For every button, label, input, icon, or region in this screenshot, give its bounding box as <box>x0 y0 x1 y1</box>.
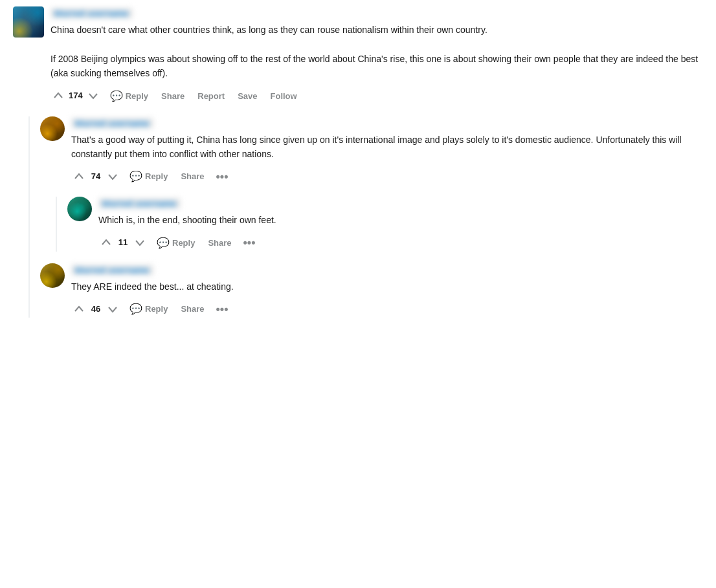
downvote-button[interactable] <box>105 169 120 184</box>
downvote-button[interactable] <box>85 88 101 103</box>
comment-item: blurred username They ARE indeed the bes… <box>40 263 699 318</box>
vote-count: 11 <box>117 236 129 249</box>
reply-icon: 💬 <box>129 303 142 315</box>
username: blurred username <box>71 118 153 129</box>
comment-body: blurred username Which is, in the end, s… <box>98 197 699 251</box>
reply-button[interactable]: 💬 Reply <box>126 300 172 318</box>
reply-icon: 💬 <box>157 237 170 249</box>
vote-section: 174 <box>50 88 101 103</box>
upvote-button[interactable] <box>50 88 66 103</box>
indented-comments-level-2: blurred username Which is, in the end, s… <box>56 197 699 251</box>
username-row: blurred username <box>98 197 699 210</box>
downvote-button[interactable] <box>105 301 120 317</box>
avatar <box>67 197 92 221</box>
comment-text: Which is, in the end, shooting their own… <box>98 213 699 227</box>
comment-actions: 74 💬 Reply Share ••• <box>71 168 699 185</box>
indented-comments-level-1: blurred username That's a good way of pu… <box>28 116 699 318</box>
report-button[interactable]: Report <box>194 89 229 103</box>
username-row: blurred username <box>50 6 699 20</box>
avatar <box>40 263 65 288</box>
comment-body: blurred username That's a good way of pu… <box>71 116 699 186</box>
comment-body: blurred username China doesn't care what… <box>50 6 699 105</box>
share-button[interactable]: Share <box>157 89 188 103</box>
more-options-button[interactable]: ••• <box>214 302 231 316</box>
username-row: blurred username <box>71 116 699 130</box>
vote-count: 174 <box>69 89 83 102</box>
vote-count: 46 <box>89 303 102 316</box>
upvote-button[interactable] <box>71 169 87 184</box>
more-options-button[interactable]: ••• <box>241 235 258 250</box>
reply-icon: 💬 <box>110 90 123 102</box>
comment-actions: 174 💬 Reply Share Report <box>50 87 699 105</box>
vote-count: 74 <box>89 170 102 183</box>
share-button[interactable]: Share <box>204 235 235 250</box>
vote-section: 11 <box>98 235 148 250</box>
comment-body: blurred username They ARE indeed the bes… <box>71 263 699 318</box>
upvote-button[interactable] <box>98 235 114 250</box>
reply-button[interactable]: 💬 Reply <box>106 87 152 105</box>
vote-section: 46 <box>71 301 120 317</box>
comment-actions: 46 💬 Reply Share ••• <box>71 300 699 318</box>
comment-text: That's a good way of putting it, China h… <box>71 133 699 162</box>
comment-thread: blurred username China doesn't care what… <box>13 6 699 318</box>
username: blurred username <box>98 198 181 209</box>
comment-item: blurred username Which is, in the end, s… <box>67 197 699 251</box>
reply-button[interactable]: 💬 Reply <box>153 234 199 252</box>
reply-button[interactable]: 💬 Reply <box>126 168 172 185</box>
share-button[interactable]: Share <box>177 169 208 184</box>
downvote-button[interactable] <box>132 235 148 250</box>
save-button[interactable]: Save <box>234 89 261 103</box>
comment-item: blurred username That's a good way of pu… <box>40 116 699 186</box>
username: blurred username <box>50 8 133 19</box>
follow-button[interactable]: Follow <box>267 89 301 103</box>
comment-text: They ARE indeed the best... at cheating. <box>71 279 699 294</box>
upvote-button[interactable] <box>71 301 87 317</box>
share-button[interactable]: Share <box>177 301 208 316</box>
avatar <box>40 116 65 141</box>
comment-actions: 11 💬 Reply Share <box>98 234 699 252</box>
username-row: blurred username <box>71 263 699 277</box>
reply-icon: 💬 <box>129 170 142 182</box>
vote-section: 74 <box>71 169 120 184</box>
username: blurred username <box>71 265 153 276</box>
avatar <box>13 6 44 38</box>
comment-text: China doesn't care what other countries … <box>50 23 699 81</box>
comment-item: blurred username China doesn't care what… <box>13 6 699 105</box>
more-options-button[interactable]: ••• <box>214 169 231 184</box>
